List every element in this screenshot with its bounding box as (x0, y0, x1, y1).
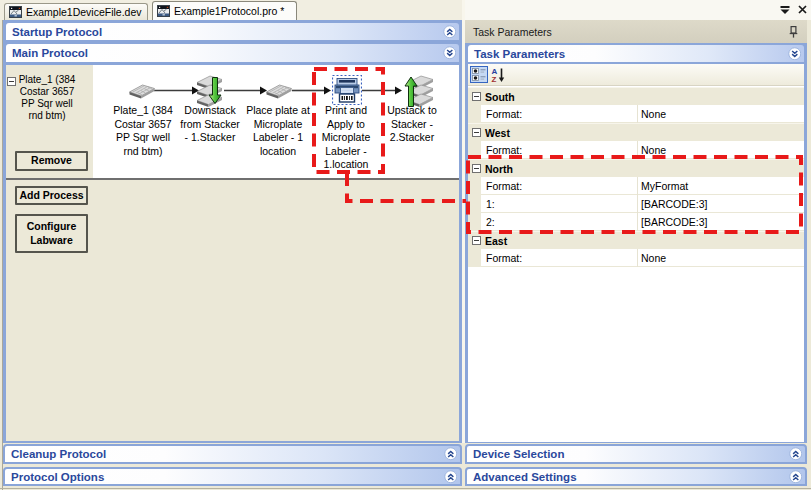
property-row[interactable]: 1: [BARCODE:3] (468, 195, 804, 213)
tab-example1devicefile[interactable]: Example1DeviceFile.dev (4, 3, 148, 20)
row-indent-strip (468, 141, 481, 159)
protocol-file-icon (157, 5, 170, 17)
tab-label: Example1Protocol.pro * (174, 5, 284, 17)
property-label: Format: (486, 252, 522, 264)
collapse-chevron-icon[interactable] (789, 470, 803, 484)
flow-step-label[interactable]: Upstack to Stacker - 2.Stacker (370, 104, 454, 145)
category-row-east[interactable]: East (468, 231, 804, 249)
tab-example1protocol[interactable]: Example1Protocol.pro * (152, 1, 297, 20)
row-indent-strip (468, 177, 481, 195)
advanced-settings-title: Advanced Settings (467, 471, 789, 483)
protocol-options-title: Protocol Options (5, 471, 444, 483)
tab-label: Example1DeviceFile.dev (26, 6, 142, 18)
add-process-button[interactable]: Add Process (15, 186, 88, 205)
startup-protocol-title: Startup Protocol (6, 26, 443, 38)
category-name: South (485, 91, 515, 103)
task-parameters-caption-text: Task Parameters (465, 26, 789, 38)
property-row[interactable]: Format: None (468, 249, 804, 267)
property-value[interactable]: [BARCODE:3] (641, 198, 708, 210)
main-protocol-canvas: Plate_1 (384 Costar 3657 PP Sqr well rnd… (6, 65, 459, 441)
protocol-options-header[interactable]: Protocol Options (3, 467, 462, 486)
print-apply-icon[interactable] (332, 75, 362, 105)
collapse-minus-icon[interactable] (472, 236, 481, 245)
device-file-icon (9, 6, 22, 18)
main-protocol-header[interactable]: Main Protocol (6, 44, 459, 62)
main-protocol-title: Main Protocol (6, 47, 443, 59)
column-divider (637, 141, 638, 159)
property-row[interactable]: Format: None (468, 141, 804, 159)
collapse-chevron-icon[interactable] (444, 470, 458, 484)
collapse-minus-icon[interactable] (472, 128, 481, 137)
property-value[interactable]: None (641, 252, 666, 264)
configure-labware-button[interactable]: Configure Labware (15, 214, 88, 253)
advanced-settings-header[interactable]: Advanced Settings (465, 467, 807, 486)
vworks-protocol-editor: Example1DeviceFile.dev Example1Protocol.… (0, 0, 811, 490)
expand-chevron-icon[interactable] (788, 47, 802, 61)
window-frame-bottom (0, 488, 811, 489)
property-value[interactable]: None (641, 108, 666, 120)
property-grid-toolbar: A Z (468, 64, 804, 86)
property-grid: South Format: None West Format: None Nor… (468, 86, 804, 442)
category-name: West (485, 127, 510, 139)
property-row[interactable]: Format: None (468, 105, 804, 123)
task-parameters-caption: Task Parameters (465, 20, 807, 43)
property-label: Format: (486, 108, 522, 120)
category-name: North (485, 163, 513, 175)
categorized-icon[interactable] (470, 66, 488, 83)
labware-tree-item[interactable]: Plate_1 (384 Costar 3657 PP Sqr well rnd… (14, 74, 80, 122)
task-parameters-title: Task Parameters (468, 48, 788, 60)
row-indent-strip (468, 105, 481, 123)
document-tab-bar: Example1DeviceFile.dev Example1Protocol.… (0, 0, 463, 20)
column-divider (637, 105, 638, 123)
device-selection-header[interactable]: Device Selection (465, 444, 807, 464)
expand-chevron-icon[interactable] (443, 46, 457, 60)
task-parameters-header[interactable]: Task Parameters (468, 45, 804, 62)
remove-button[interactable]: Remove (15, 151, 88, 171)
collapse-minus-icon[interactable] (472, 92, 481, 101)
svg-text:Z: Z (492, 75, 497, 83)
category-row-north[interactable]: North (468, 159, 804, 177)
column-divider (637, 213, 638, 231)
column-divider (637, 249, 638, 267)
property-value[interactable]: MyFormat (641, 180, 688, 192)
property-value[interactable]: [BARCODE:3] (641, 216, 708, 228)
property-row[interactable]: 2: [BARCODE:3] (468, 213, 804, 231)
cleanup-protocol-title: Cleanup Protocol (5, 448, 444, 460)
microplate-icon[interactable] (266, 84, 292, 99)
collapse-chevron-icon[interactable] (789, 447, 803, 461)
cleanup-protocol-header[interactable]: Cleanup Protocol (3, 444, 462, 464)
column-divider (637, 177, 638, 195)
property-value[interactable]: None (641, 144, 666, 156)
row-indent-strip (468, 213, 481, 231)
property-label: Format: (486, 144, 522, 156)
row-indent-strip (468, 249, 481, 267)
startup-protocol-header[interactable]: Startup Protocol (6, 23, 459, 40)
category-name: East (485, 235, 507, 247)
property-label: 2: (486, 216, 495, 228)
pin-icon[interactable] (789, 26, 798, 38)
row-indent-strip (468, 195, 481, 213)
microplate-icon[interactable] (129, 84, 155, 99)
category-row-west[interactable]: West (468, 123, 804, 141)
alphabetical-sort-icon[interactable]: A Z (491, 67, 506, 83)
device-selection-title: Device Selection (467, 448, 789, 460)
close-icon[interactable] (798, 5, 807, 14)
dock-panel-titlebar (465, 0, 811, 20)
collapse-chevron-icon[interactable] (443, 25, 457, 39)
property-row[interactable]: Format: MyFormat (468, 177, 804, 195)
collapse-minus-icon[interactable] (472, 164, 481, 173)
property-label: Format: (486, 180, 522, 192)
category-row-south[interactable]: South (468, 87, 804, 105)
collapse-chevron-icon[interactable] (444, 447, 458, 461)
dock-menu-icon[interactable] (780, 6, 790, 14)
property-label: 1: (486, 198, 495, 210)
column-divider (637, 195, 638, 213)
